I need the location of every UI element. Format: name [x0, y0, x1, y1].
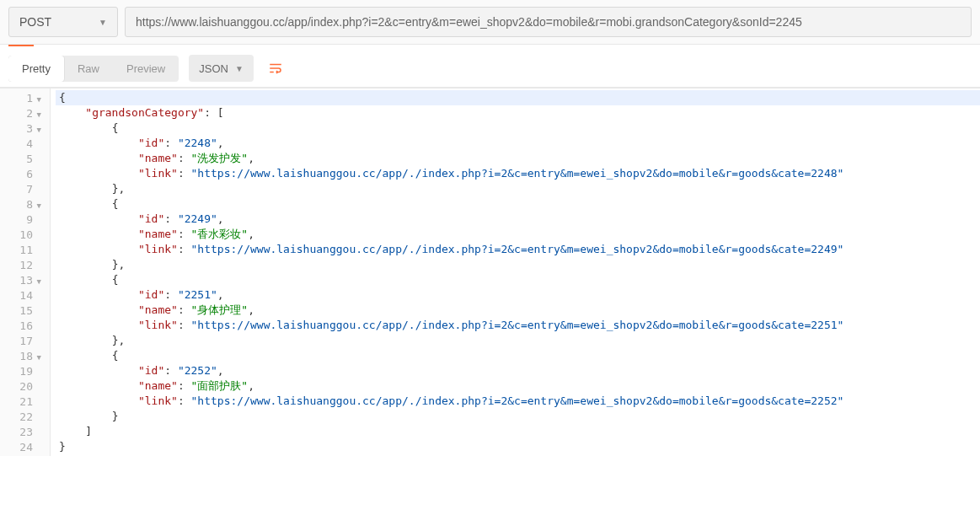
tab-raw-label: Raw [78, 62, 99, 75]
code-line: } [56, 439, 980, 454]
code-line: "id": "2248", [56, 136, 980, 151]
code-line: "name": "洗发护发", [56, 151, 980, 166]
http-method-select[interactable]: POST ▼ [8, 7, 118, 37]
gutter-line: 4 [0, 136, 50, 151]
gutter-line: 11 [0, 242, 50, 257]
gutter-line: 24 [0, 439, 50, 454]
code-line: "name": "香水彩妆", [56, 227, 980, 242]
gutter-line: 16 [0, 318, 50, 333]
fold-icon[interactable]: ▼ [35, 274, 41, 289]
gutter-line: 8▼ [0, 196, 50, 212]
line-gutter: 1▼2▼3▼45678▼910111213▼1415161718▼1920212… [0, 89, 51, 456]
code-line: "id": "2249", [56, 212, 980, 227]
code-line: "link": "https://www.laishuanggou.cc/app… [56, 318, 980, 333]
fold-icon[interactable]: ▼ [35, 350, 41, 365]
code-area[interactable]: { "grandsonCategory": [ { "id": "2248", … [51, 89, 980, 456]
gutter-line: 9 [0, 212, 50, 227]
gutter-line: 22 [0, 409, 50, 424]
format-value: JSON [199, 62, 228, 75]
gutter-line: 23 [0, 424, 50, 439]
code-line: "link": "https://www.laishuanggou.cc/app… [56, 394, 980, 409]
code-line: { [56, 90, 980, 105]
gutter-line: 5 [0, 151, 50, 166]
tab-pretty-label: Pretty [22, 62, 51, 75]
gutter-line: 14 [0, 287, 50, 303]
response-toolbar: Pretty Raw Preview JSON ▼ [0, 46, 980, 88]
gutter-line: 12 [0, 257, 50, 272]
fold-icon[interactable]: ▼ [35, 122, 41, 137]
gutter-line: 3▼ [0, 121, 50, 136]
code-line: "link": "https://www.laishuanggou.cc/app… [56, 166, 980, 181]
gutter-line: 21 [0, 394, 50, 409]
gutter-line: 6 [0, 166, 50, 181]
code-line: "grandsonCategory": [ [56, 105, 980, 121]
tab-preview[interactable]: Preview [113, 56, 179, 82]
code-line: { [56, 348, 980, 363]
wrap-lines-button[interactable] [262, 55, 289, 82]
gutter-line: 18▼ [0, 348, 50, 363]
code-line: "id": "2251", [56, 287, 980, 303]
gutter-line: 2▼ [0, 105, 50, 121]
request-bar: POST ▼ [0, 0, 980, 45]
fold-icon[interactable]: ▼ [35, 198, 41, 213]
code-line: "link": "https://www.laishuanggou.cc/app… [56, 242, 980, 257]
chevron-down-icon: ▼ [99, 18, 107, 27]
tab-raw[interactable]: Raw [64, 56, 113, 82]
code-line: }, [56, 257, 980, 272]
chevron-down-icon: ▼ [235, 64, 244, 73]
code-line: { [56, 272, 980, 287]
gutter-line: 19 [0, 363, 50, 378]
view-mode-tabs: Pretty Raw Preview [8, 56, 179, 82]
gutter-line: 20 [0, 378, 50, 394]
code-line: "id": "2252", [56, 363, 980, 378]
code-line: { [56, 196, 980, 212]
fold-icon[interactable]: ▼ [35, 107, 41, 122]
tab-preview-label: Preview [126, 62, 165, 75]
code-line: "name": "面部护肤", [56, 378, 980, 394]
code-line: }, [56, 181, 980, 196]
gutter-line: 13▼ [0, 272, 50, 287]
gutter-line: 7 [0, 181, 50, 196]
http-method-value: POST [19, 15, 51, 29]
code-line: }, [56, 333, 980, 348]
wrap-icon [268, 61, 283, 76]
url-input[interactable] [125, 7, 972, 37]
gutter-line: 17 [0, 333, 50, 348]
tab-pretty[interactable]: Pretty [8, 56, 64, 82]
gutter-line: 15 [0, 303, 50, 318]
code-line: } [56, 409, 980, 424]
gutter-line: 1▼ [0, 90, 50, 105]
response-editor: 1▼2▼3▼45678▼910111213▼1415161718▼1920212… [0, 88, 980, 456]
code-line: "name": "身体护理", [56, 303, 980, 318]
code-line: { [56, 121, 980, 136]
fold-icon[interactable]: ▼ [35, 92, 41, 107]
code-line: ] [56, 424, 980, 439]
format-select[interactable]: JSON ▼ [189, 55, 254, 82]
gutter-line: 10 [0, 227, 50, 242]
